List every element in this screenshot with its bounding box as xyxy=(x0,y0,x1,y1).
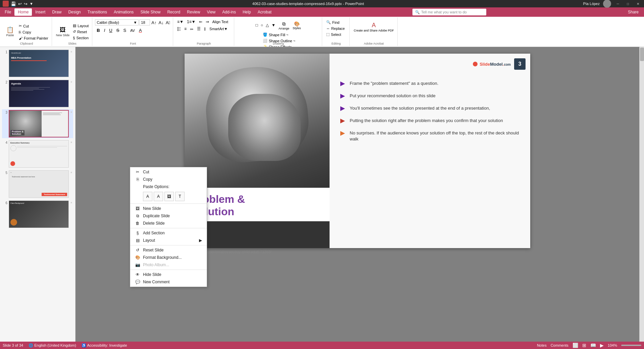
columns-btn[interactable]: ⫿ xyxy=(203,26,207,32)
italic-btn[interactable]: I xyxy=(102,27,107,34)
ctx-new-slide[interactable]: 🖼 New Slide xyxy=(130,205,207,212)
ctx-photo-album[interactable]: 📷 Photo Album... xyxy=(130,261,207,269)
notes-btn[interactable]: Notes xyxy=(537,343,547,347)
ctx-copy-label: Copy xyxy=(143,177,152,182)
accessibility-info[interactable]: ♿ Accessibility: Investigate xyxy=(82,343,127,348)
ctx-format-background[interactable]: 🎨 Format Background... xyxy=(130,254,207,261)
slide-thumb-6[interactable]: 6 Client Background ★ xyxy=(2,200,73,229)
ctx-new-comment[interactable]: 💬 New Comment xyxy=(130,278,207,286)
menu-view[interactable]: View xyxy=(203,8,219,16)
arrange-icon: ⧉ xyxy=(282,21,286,27)
bullet-list-btn[interactable]: ≡▼ xyxy=(176,19,185,25)
menu-animations[interactable]: Animations xyxy=(110,8,137,16)
zoom-slider[interactable] xyxy=(621,345,641,346)
reset-button[interactable]: ↺ Reset xyxy=(71,29,90,35)
right-scrollbar[interactable] xyxy=(639,47,644,342)
ctx-copy[interactable]: ⎘ Copy xyxy=(130,176,207,183)
share-btn[interactable]: Share xyxy=(624,9,643,15)
minimize-btn[interactable]: ─ xyxy=(614,1,621,6)
shadow-btn[interactable]: S xyxy=(121,27,128,34)
view-normal-btn[interactable]: ⬜ xyxy=(573,343,578,348)
cut-button[interactable]: ✂ Cut xyxy=(17,23,50,29)
shape-more[interactable]: ▼ xyxy=(270,22,277,28)
layout-button[interactable]: ▤ Layout xyxy=(71,23,90,28)
shape-oval[interactable]: ○ xyxy=(260,22,264,28)
ctx-add-section[interactable]: § Add Section xyxy=(130,229,207,237)
shape-rect[interactable]: □ xyxy=(255,22,259,28)
section-button[interactable]: § Section xyxy=(71,35,90,41)
underline-btn[interactable]: U xyxy=(107,27,114,34)
select-button[interactable]: ⬚ Select xyxy=(325,32,347,37)
new-slide-button[interactable]: 🖼 New Slide xyxy=(55,23,71,41)
replace-button[interactable]: ↔ Replace xyxy=(325,25,347,31)
font-name-box[interactable]: Calibri (Body) ▼ xyxy=(95,19,139,25)
ctx-add-section-icon: § xyxy=(135,231,140,235)
convert-smartart-btn[interactable]: SmartArt▼ xyxy=(208,26,229,32)
quick-styles-button[interactable]: 🎨 Styles xyxy=(291,19,302,32)
bold-btn[interactable]: B xyxy=(95,27,101,34)
menu-record[interactable]: Record xyxy=(164,8,184,16)
slide-thumb-3[interactable]: 3 Problem &Solution Proble xyxy=(2,109,73,138)
menu-slideshow[interactable]: Slide Show xyxy=(137,8,164,16)
font-color-btn[interactable]: A xyxy=(137,27,144,34)
menu-insert[interactable]: Insert xyxy=(32,8,49,16)
slide-thumb-4[interactable]: 4 Executive Summary ★ xyxy=(2,139,73,168)
menu-file[interactable]: File xyxy=(1,8,14,16)
slides-items: 🖼 New Slide ▤ Layout ↺ Reset § Section xyxy=(55,18,90,45)
paste-option-2[interactable]: A xyxy=(154,192,163,201)
font-increase-btn[interactable]: A↑ xyxy=(151,20,157,25)
paste-button[interactable]: 📋 Paste xyxy=(3,23,17,41)
close-btn[interactable]: ✕ xyxy=(635,1,641,6)
quick-undo[interactable]: ↩ xyxy=(18,1,22,6)
align-center-btn[interactable]: ≡ xyxy=(183,26,188,32)
menu-review[interactable]: Review xyxy=(184,8,203,16)
paste-option-3[interactable]: 🖼 xyxy=(164,192,174,201)
slide-thumb-5[interactable]: 5 " Testimonial statement text here Test… xyxy=(2,170,73,198)
find-button[interactable]: 🔍 Find xyxy=(325,19,347,25)
menu-acrobat[interactable]: Acrobat xyxy=(254,8,275,16)
decrease-indent-btn[interactable]: ⇐ xyxy=(198,19,204,25)
align-left-btn[interactable]: ⬱ xyxy=(176,26,182,32)
ctx-duplicate-slide[interactable]: ⧉ Duplicate Slide xyxy=(130,212,207,220)
paste-option-4[interactable]: T xyxy=(175,192,185,201)
ctx-reset-slide[interactable]: ↺ Reset Slide xyxy=(130,246,207,254)
view-slide-sorter-btn[interactable]: ⊞ xyxy=(582,343,586,348)
shape-triangle[interactable]: △ xyxy=(265,22,270,28)
menu-transitions[interactable]: Transitions xyxy=(84,8,110,16)
strikethrough-btn[interactable]: S xyxy=(115,27,121,34)
paste-option-1[interactable]: A xyxy=(143,192,152,201)
view-slideshow-btn[interactable]: ▶ xyxy=(600,343,604,348)
font-size-box[interactable]: 18 xyxy=(139,19,150,25)
increase-indent-btn[interactable]: ⇒ xyxy=(204,19,210,25)
menu-draw[interactable]: Draw xyxy=(49,8,65,16)
justify-btn[interactable]: ☰ xyxy=(196,26,202,32)
shape-fill-button[interactable]: 🪣 Shape Fill ~ xyxy=(261,32,297,38)
quick-customize[interactable]: ▼ xyxy=(30,2,33,6)
font-clear-btn[interactable]: A⃝ xyxy=(165,20,171,25)
font-decrease-btn[interactable]: A↓ xyxy=(158,20,164,25)
quick-redo[interactable]: ↪ xyxy=(24,1,28,6)
comments-btn[interactable]: Comments xyxy=(551,343,568,347)
ctx-hide-slide[interactable]: 👁 Hide Slide xyxy=(130,271,207,278)
format-painter-button[interactable]: 🖌 Format Painter xyxy=(17,35,50,41)
ctx-cut[interactable]: ✂ Cut xyxy=(130,168,207,176)
ctx-delete-slide[interactable]: 🗑 Delete Slide xyxy=(130,220,207,227)
search-bar[interactable]: 🔍 Tell me what you want to do xyxy=(412,9,486,15)
number-list-btn[interactable]: 1≡▼ xyxy=(186,19,197,25)
text-direction-btn[interactable]: Align Text xyxy=(211,19,230,24)
char-spacing-btn[interactable]: AV xyxy=(129,28,137,33)
arrange-button[interactable]: ⧉ Arrange xyxy=(277,19,291,32)
create-share-pdf-button[interactable]: A Create and Share Adobe PDF xyxy=(352,18,395,36)
slide-thumb-2[interactable]: 2 Agenda ★ xyxy=(2,79,73,108)
menu-design[interactable]: Design xyxy=(65,8,84,16)
copy-button[interactable]: ⎘ Copy xyxy=(17,29,50,35)
menu-home[interactable]: Home xyxy=(14,8,32,16)
view-reading-btn[interactable]: 📖 xyxy=(590,343,596,348)
quick-save[interactable]: 💾 xyxy=(11,1,16,6)
ctx-layout[interactable]: ▤ Layout ▶ xyxy=(130,237,207,244)
align-right-btn[interactable]: ⬰ xyxy=(189,26,195,32)
menu-help[interactable]: Help xyxy=(239,8,254,16)
slide-thumb-1[interactable]: 1 SlideModel MBA Presentation ★ xyxy=(2,49,73,78)
maximize-btn[interactable]: □ xyxy=(625,1,631,6)
menu-addins[interactable]: Add-ins xyxy=(219,8,239,16)
